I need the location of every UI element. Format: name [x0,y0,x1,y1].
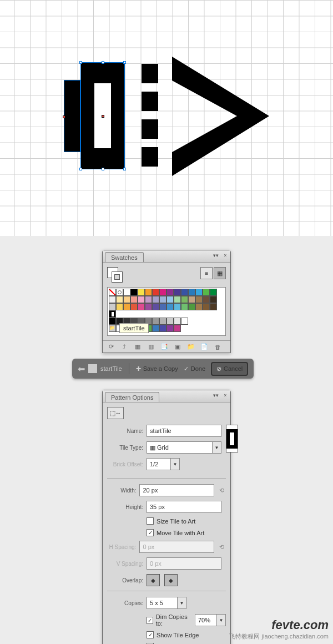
panel-menu-icon[interactable]: ▾▾ [212,251,220,259]
cancel-button[interactable]: ⊘ Cancel [211,362,248,376]
save-copy-button[interactable]: ✚ Save a Copy [136,365,178,373]
footer-icon[interactable]: ▣ [174,343,181,351]
swatch[interactable] [181,303,188,310]
swatch-folder-icon[interactable]: 📁 [109,325,116,332]
footer-icon[interactable]: 📁 [187,343,195,351]
show-edge-checkbox[interactable]: ✓ [147,631,154,638]
swatch[interactable] [116,289,123,296]
swatch[interactable] [138,289,145,296]
swatch[interactable] [123,303,130,310]
footer-icon[interactable]: ▥ [147,343,155,351]
swatch[interactable] [152,318,159,325]
swatch[interactable] [130,303,138,310]
swatch[interactable] [181,289,188,296]
swatch[interactable] [116,296,123,303]
swatch[interactable] [159,303,167,310]
footer-icon[interactable]: 🗑 [214,343,221,351]
close-icon[interactable]: × [221,391,229,399]
swatch[interactable] [123,289,130,296]
tab-pattern-options[interactable]: Pattern Options [105,392,159,402]
swatch[interactable] [145,289,152,296]
swatch[interactable] [109,289,116,296]
swatch[interactable] [138,303,145,310]
selection-1[interactable] [64,80,80,152]
swatch[interactable] [159,318,167,325]
swatch[interactable] [174,325,181,332]
footer-icon[interactable]: ▦ [134,343,142,351]
tiling-preview-button[interactable]: ⬚↔ [107,407,124,419]
swatch[interactable] [167,318,174,325]
panel-menu-icon[interactable]: ▾▾ [212,391,220,399]
footer-icon[interactable]: ⟳ [107,343,115,351]
swatch[interactable] [181,296,188,303]
swatch[interactable] [145,296,152,303]
swatch[interactable] [159,289,167,296]
swatch[interactable] [109,303,116,310]
overlap-top[interactable]: ◆ [164,574,178,586]
swatch[interactable] [130,289,138,296]
swatch[interactable] [181,318,188,325]
swatch[interactable] [130,296,138,303]
fill-stroke-indicator[interactable] [107,267,123,283]
swatch[interactable] [109,296,116,303]
swatch[interactable] [188,303,195,310]
swatch[interactable] [116,303,123,310]
dim-value-select[interactable]: 70%▼ [195,614,226,626]
width-field[interactable] [139,484,214,496]
swatch[interactable] [195,303,203,310]
swatch[interactable] [109,318,116,325]
swatch[interactable] [174,318,181,325]
copies-select[interactable]: 5 x 5▼ [147,597,186,609]
height-field[interactable] [147,501,221,513]
swatch[interactable] [210,303,217,310]
footer-icon[interactable]: 📄 [200,343,208,351]
swatch[interactable] [167,303,174,310]
swatch[interactable] [152,303,159,310]
swatch[interactable] [174,296,181,303]
swatch[interactable] [123,296,130,303]
swatch[interactable] [188,296,195,303]
swatch[interactable] [210,289,217,296]
swatch[interactable] [210,296,217,303]
list-view-button[interactable]: ≡ [200,267,213,279]
swatch[interactable] [159,296,167,303]
swatch[interactable] [167,289,174,296]
close-icon[interactable]: × [221,251,229,259]
swatch[interactable] [195,296,203,303]
swatch[interactable] [167,325,174,332]
swatch[interactable] [152,296,159,303]
swatch[interactable] [174,289,181,296]
footer-icon[interactable]: ⤴ [120,343,128,351]
link-icon[interactable]: ⟲ [218,485,226,495]
grid-view-button[interactable]: ▦ [214,267,226,279]
swatch-startTile[interactable] [109,310,116,318]
stroke-box[interactable] [112,271,123,283]
tiletype-select[interactable]: ▦ Grid▼ [147,441,221,454]
move-tile-checkbox[interactable]: ✓ [147,529,154,536]
footer-icon[interactable]: 📑 [160,343,168,351]
swatch[interactable] [203,289,210,296]
panel-header[interactable]: Pattern Options ▾▾ × [103,390,230,402]
artboard-canvas[interactable] [0,0,333,236]
swatch[interactable] [174,303,181,310]
swatch[interactable] [167,296,174,303]
dim-copies-checkbox[interactable]: ✓ [147,617,153,624]
size-tile-checkbox[interactable] [147,517,154,525]
tab-swatches[interactable]: Swatches [105,252,144,262]
back-arrow-icon[interactable]: ⬅ [78,364,85,374]
swatch[interactable] [138,296,145,303]
name-field[interactable] [147,425,221,437]
swatch[interactable] [188,289,195,296]
swatch[interactable] [195,289,203,296]
panel-header[interactable]: Swatches ▾▾ × [103,250,230,263]
swatch[interactable] [145,303,152,310]
selection-2[interactable] [80,62,125,169]
overlap-left[interactable]: ◆ [147,574,160,586]
pattern-options-panel: Pattern Options ▾▾ × ⬚↔ Name: Tile Type:… [102,390,231,644]
swatch[interactable] [203,303,210,310]
swatch[interactable] [152,289,159,296]
done-button[interactable]: ✓ Done [184,365,205,373]
swatch[interactable] [203,296,210,303]
swatch[interactable] [159,325,167,332]
swatch[interactable] [152,325,159,332]
